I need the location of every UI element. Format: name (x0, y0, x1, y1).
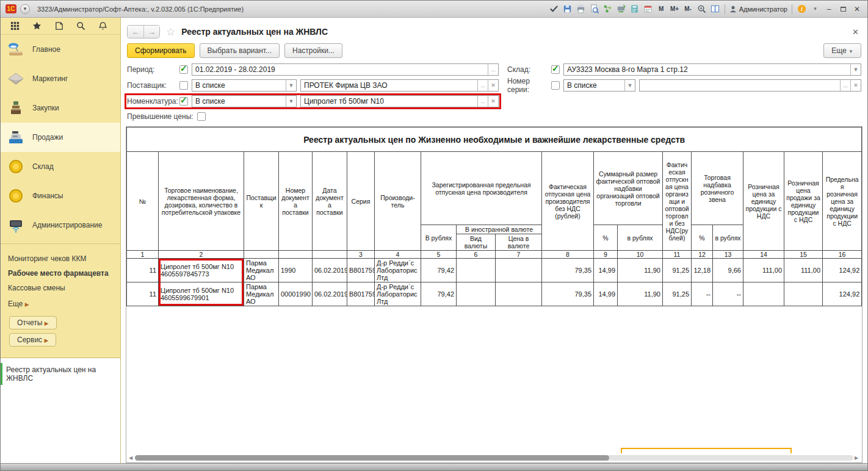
price-excess-label: Превышение цены: (127, 112, 193, 121)
sidebar-button-отчеты[interactable]: Отчеты ▶ (9, 316, 57, 329)
sidebar-more-button[interactable]: Еще ▶ (8, 295, 113, 312)
sidebar-button-сервис[interactable]: Сервис ▶ (9, 333, 56, 347)
nomenclature-condition-combo[interactable]: В списке ▼ (192, 95, 297, 107)
sidebar-command[interactable]: Кассовые смены (8, 281, 113, 295)
report-cell: 9,66 (713, 259, 743, 282)
supplier-condition-combo[interactable]: В списке ▼ (192, 79, 297, 92)
marketing-icon (7, 71, 25, 87)
favorites-star-icon[interactable] (31, 21, 42, 32)
nomenclature-ellipsis-button[interactable]: ... (477, 96, 488, 107)
more-button[interactable]: Еще ▼ (823, 43, 861, 58)
purchases-icon (7, 100, 25, 116)
services-icon[interactable] (602, 4, 613, 14)
series-condition-dropdown-button[interactable]: ▼ (624, 80, 635, 91)
sidebar-item-label: Главное (32, 45, 60, 54)
warehouse-dropdown-button[interactable]: ▼ (850, 64, 861, 75)
series-checkbox[interactable] (551, 81, 560, 90)
nomenclature-annotation-box: Номенклатура: В списке ▼ Ципролет тб 500… (126, 95, 500, 108)
series-clear-button[interactable]: ✕ (850, 80, 861, 91)
calendar-icon[interactable] (643, 4, 653, 14)
sidebar-item-admin[interactable]: Администрирование (1, 210, 120, 240)
history-icon[interactable] (53, 21, 64, 32)
col-header-percent-2: % (692, 225, 713, 251)
nomenclature-clear-button[interactable]: ✕ (488, 96, 498, 107)
sidebar-item-marketing[interactable]: Маркетинг (1, 64, 120, 93)
nomenclature-field[interactable]: Ципролет тб 500мг N10 ... ✕ (300, 95, 499, 107)
price-excess-checkbox[interactable] (197, 112, 206, 121)
horizontal-scrollbar[interactable]: ◀ ▶ (129, 454, 859, 461)
sidebar-item-main[interactable]: Главное (1, 35, 120, 64)
series-ellipsis-button[interactable]: ... (840, 80, 850, 91)
supplier-condition-dropdown-button[interactable]: ▼ (286, 80, 296, 91)
close-report-button[interactable]: ✕ (850, 27, 861, 37)
column-number-cell: 10 (618, 251, 663, 259)
scroll-right-arrow-icon[interactable]: ▶ (855, 455, 859, 461)
warehouse-icon (7, 159, 25, 174)
report-cell (784, 282, 823, 306)
zoom-icon[interactable] (696, 4, 707, 14)
scroll-left-arrow-icon[interactable]: ◀ (129, 455, 134, 461)
settings-button[interactable]: Настройки... (284, 43, 342, 58)
generate-button[interactable]: Сформировать (127, 43, 195, 58)
menu-grid-icon[interactable] (9, 21, 20, 32)
restore-button[interactable] (837, 4, 848, 14)
open-window-item[interactable]: Реестр актуальных цен на ЖНВЛС (1, 363, 120, 385)
col-header-name: Торговое наименование, лекарственная фор… (159, 152, 244, 251)
print-icon[interactable] (576, 4, 586, 14)
memory-plus-icon[interactable]: M+ (670, 4, 680, 14)
col-header-retail-markup: Торговая надбавка розничного звена (692, 152, 743, 225)
sidebar-item-purchases[interactable]: Закупки (1, 93, 120, 123)
report-cell: 124,92 (823, 282, 862, 306)
notifications-bell-icon[interactable] (97, 21, 108, 32)
current-user[interactable]: Администратор (729, 5, 787, 13)
print-preview-icon[interactable] (589, 4, 599, 14)
window-title: 3323/Администратор/Софт-Аптека:, v.2.032… (37, 5, 244, 13)
main-menu-button[interactable]: ▼ (20, 4, 30, 14)
calculator-icon[interactable] (629, 4, 640, 14)
warehouse-field[interactable]: АУ3323 Москва 8-го Марта 1 стр.12 ▼ (563, 63, 861, 76)
memory-icon[interactable]: M (656, 4, 667, 14)
col-header-retail-sale-price: Розничная цена продажи за единицу продук… (784, 152, 823, 251)
page-title: Реестр актуальных цен на ЖНВЛС (181, 27, 328, 37)
sidebar-item-warehouse[interactable]: Склад (1, 152, 120, 181)
supplier-checkbox[interactable] (179, 81, 188, 90)
nomenclature-checkbox[interactable] (179, 97, 188, 106)
nomenclature-condition-dropdown-button[interactable]: ▼ (286, 96, 296, 107)
period-field[interactable]: 01.02.2019 - 28.02.2019 ... (192, 63, 499, 76)
sidebar-item-finance[interactable]: Финансы (1, 181, 120, 210)
favorite-star-icon[interactable]: ☆ (166, 26, 175, 38)
memory-minus-icon[interactable]: M- (683, 4, 693, 14)
partial-popup-box (621, 448, 792, 453)
search-icon[interactable] (75, 21, 86, 32)
supplier-clear-button[interactable]: ✕ (488, 80, 498, 91)
checkmark-icon[interactable] (549, 4, 559, 14)
series-field[interactable]: ... ✕ (639, 79, 861, 92)
save-icon[interactable] (562, 4, 573, 14)
sidebar: ГлавноеМаркетингЗакупкиПродажиСкладФинан… (1, 18, 121, 463)
choose-variant-button[interactable]: Выбрать вариант... (200, 43, 280, 58)
close-button[interactable]: ✕ (852, 4, 863, 14)
period-ellipsis-button[interactable]: ... (488, 64, 498, 75)
chevron-down-icon[interactable]: ▼ (810, 4, 820, 14)
report-cell: Парма Медикал АО (244, 282, 279, 306)
sidebar-command[interactable]: Рабочее место фармацевта (8, 266, 113, 281)
scrollbar-thumb[interactable] (135, 455, 609, 461)
column-number-cell: 9 (594, 251, 618, 259)
info-icon[interactable]: i (797, 4, 807, 14)
minimize-button[interactable]: – (823, 4, 834, 14)
scrollbar-track[interactable] (135, 455, 853, 461)
col-header-rubles-2: в рублях (713, 225, 743, 251)
report-cell: 12,18 (692, 259, 713, 282)
back-button[interactable]: ← (128, 26, 143, 38)
supplier-field[interactable]: ПРОТЕК Фирма ЦВ ЗАО ... ✕ (300, 79, 499, 92)
split-view-icon[interactable] (710, 4, 720, 14)
warehouse-checkbox[interactable] (551, 65, 560, 74)
supplier-ellipsis-button[interactable]: ... (477, 80, 488, 91)
report-cell: Ципролет тб 500мг N10 4605599679901 (159, 282, 244, 306)
sidebar-item-sales[interactable]: Продажи (1, 123, 120, 152)
sidebar-command[interactable]: Мониторинг чеков ККМ (8, 251, 113, 266)
period-checkbox[interactable] (179, 65, 188, 74)
forward-button[interactable]: → (143, 26, 159, 38)
series-condition-combo[interactable]: В списке ▼ (563, 79, 635, 92)
print-settings-icon[interactable] (616, 4, 626, 14)
